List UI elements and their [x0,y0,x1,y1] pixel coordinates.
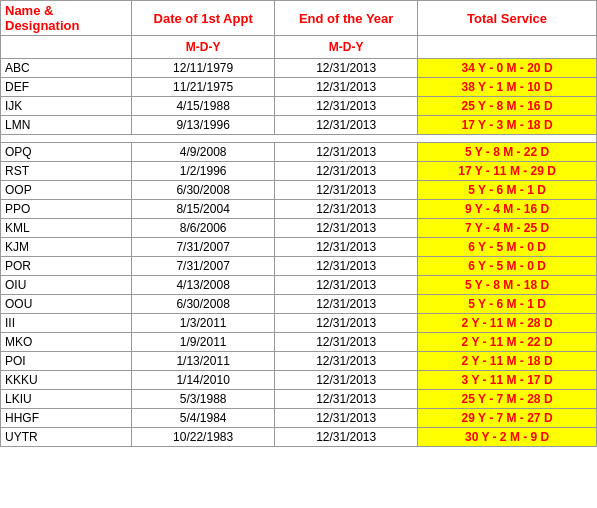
cell-date2: 12/31/2013 [275,333,418,352]
table-row: KML8/6/200612/31/20137 Y - 4 M - 25 D [1,219,597,238]
table-row: LKIU5/3/198812/31/201325 Y - 7 M - 28 D [1,390,597,409]
cell-date2: 12/31/2013 [275,116,418,135]
cell-date2: 12/31/2013 [275,219,418,238]
table-row: OOU6/30/200812/31/20135 Y - 6 M - 1 D [1,295,597,314]
col-header-date1: Date of 1st Appt [132,1,275,36]
cell-name: OOP [1,181,132,200]
cell-date2: 12/31/2013 [275,162,418,181]
cell-name: OPQ [1,143,132,162]
cell-service: 30 Y - 2 M - 9 D [418,428,597,447]
cell-date2: 12/31/2013 [275,97,418,116]
col-header-date2: End of the Year [275,1,418,36]
table-row: KJM7/31/200712/31/20136 Y - 5 M - 0 D [1,238,597,257]
cell-name: III [1,314,132,333]
cell-name: UYTR [1,428,132,447]
cell-date2: 12/31/2013 [275,78,418,97]
subheader-empty [1,36,132,59]
cell-name: POI [1,352,132,371]
cell-date1: 8/6/2006 [132,219,275,238]
cell-date1: 1/3/2011 [132,314,275,333]
cell-name: HHGF [1,409,132,428]
cell-name: RST [1,162,132,181]
cell-service: 6 Y - 5 M - 0 D [418,257,597,276]
cell-date2: 12/31/2013 [275,428,418,447]
table-row: KKKU1/14/201012/31/20133 Y - 11 M - 17 D [1,371,597,390]
table-row: OIU4/13/200812/31/20135 Y - 8 M - 18 D [1,276,597,295]
cell-service: 2 Y - 11 M - 18 D [418,352,597,371]
cell-name: POR [1,257,132,276]
cell-service: 5 Y - 6 M - 1 D [418,181,597,200]
cell-name: LKIU [1,390,132,409]
cell-service: 5 Y - 8 M - 18 D [418,276,597,295]
cell-service: 17 Y - 3 M - 18 D [418,116,597,135]
cell-date1: 9/13/1996 [132,116,275,135]
table-row: IJK4/15/198812/31/201325 Y - 8 M - 16 D [1,97,597,116]
table-row: OPQ4/9/200812/31/20135 Y - 8 M - 22 D [1,143,597,162]
cell-date1: 1/14/2010 [132,371,275,390]
table-row: RST1/2/199612/31/201317 Y - 11 M - 29 D [1,162,597,181]
cell-name: DEF [1,78,132,97]
cell-date2: 12/31/2013 [275,181,418,200]
cell-service: 9 Y - 4 M - 16 D [418,200,597,219]
table-row: POI1/13/201112/31/20132 Y - 11 M - 18 D [1,352,597,371]
table-row: III1/3/201112/31/20132 Y - 11 M - 28 D [1,314,597,333]
cell-date2: 12/31/2013 [275,371,418,390]
cell-date1: 6/30/2008 [132,295,275,314]
cell-date2: 12/31/2013 [275,390,418,409]
cell-date2: 12/31/2013 [275,314,418,333]
cell-date2: 12/31/2013 [275,276,418,295]
cell-service: 2 Y - 11 M - 28 D [418,314,597,333]
cell-service: 38 Y - 1 M - 10 D [418,78,597,97]
cell-date2: 12/31/2013 [275,352,418,371]
cell-date2: 12/31/2013 [275,238,418,257]
cell-service: 17 Y - 11 M - 29 D [418,162,597,181]
cell-service: 5 Y - 6 M - 1 D [418,295,597,314]
cell-service: 5 Y - 8 M - 22 D [418,143,597,162]
subheader-date1: M-D-Y [132,36,275,59]
cell-service: 29 Y - 7 M - 27 D [418,409,597,428]
col-header-service: Total Service [418,1,597,36]
cell-date1: 1/9/2011 [132,333,275,352]
table-row: DEF11/21/197512/31/201338 Y - 1 M - 10 D [1,78,597,97]
cell-date2: 12/31/2013 [275,295,418,314]
cell-date1: 8/15/2004 [132,200,275,219]
cell-service: 3 Y - 11 M - 17 D [418,371,597,390]
table-row: LMN9/13/199612/31/201317 Y - 3 M - 18 D [1,116,597,135]
cell-date1: 6/30/2008 [132,181,275,200]
table-row: MKO1/9/201112/31/20132 Y - 11 M - 22 D [1,333,597,352]
cell-service: 25 Y - 7 M - 28 D [418,390,597,409]
table-row: UYTR10/22/198312/31/201330 Y - 2 M - 9 D [1,428,597,447]
cell-date2: 12/31/2013 [275,409,418,428]
table-row: HHGF5/4/198412/31/201329 Y - 7 M - 27 D [1,409,597,428]
col-header-name: Name & Designation [1,1,132,36]
cell-name: OIU [1,276,132,295]
cell-date1: 10/22/1983 [132,428,275,447]
cell-service: 2 Y - 11 M - 22 D [418,333,597,352]
cell-date2: 12/31/2013 [275,257,418,276]
cell-service: 34 Y - 0 M - 20 D [418,59,597,78]
cell-date2: 12/31/2013 [275,59,418,78]
cell-name: KML [1,219,132,238]
cell-name: KJM [1,238,132,257]
cell-name: MKO [1,333,132,352]
table-row: ABC12/11/197912/31/201334 Y - 0 M - 20 D [1,59,597,78]
cell-service: 25 Y - 8 M - 16 D [418,97,597,116]
gap-row [1,135,597,143]
subheader-service [418,36,597,59]
cell-date1: 4/9/2008 [132,143,275,162]
cell-service: 7 Y - 4 M - 25 D [418,219,597,238]
cell-name: IJK [1,97,132,116]
subheader-row: M-D-Y M-D-Y [1,36,597,59]
cell-name: PPO [1,200,132,219]
cell-name: LMN [1,116,132,135]
cell-date1: 1/13/2011 [132,352,275,371]
cell-date2: 12/31/2013 [275,143,418,162]
cell-date1: 4/15/1988 [132,97,275,116]
cell-name: OOU [1,295,132,314]
table-row: PPO8/15/200412/31/20139 Y - 4 M - 16 D [1,200,597,219]
cell-name: KKKU [1,371,132,390]
cell-service: 6 Y - 5 M - 0 D [418,238,597,257]
main-table: Name & Designation Date of 1st Appt End … [0,0,597,447]
cell-date1: 7/31/2007 [132,257,275,276]
cell-date2: 12/31/2013 [275,200,418,219]
